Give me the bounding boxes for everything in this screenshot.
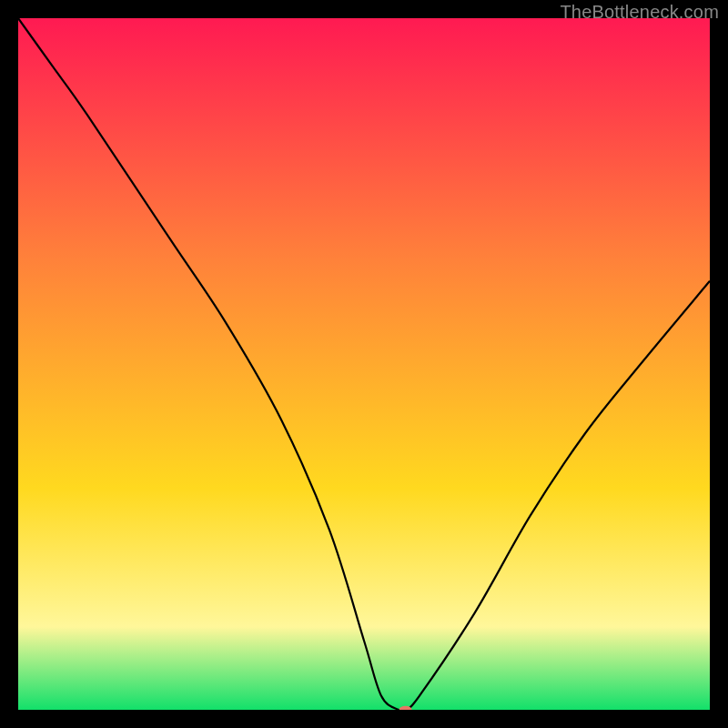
- chart-svg: [18, 18, 710, 710]
- bottleneck-chart: [18, 18, 710, 710]
- gradient-background: [18, 18, 710, 710]
- chart-frame: TheBottleneck.com: [0, 0, 728, 728]
